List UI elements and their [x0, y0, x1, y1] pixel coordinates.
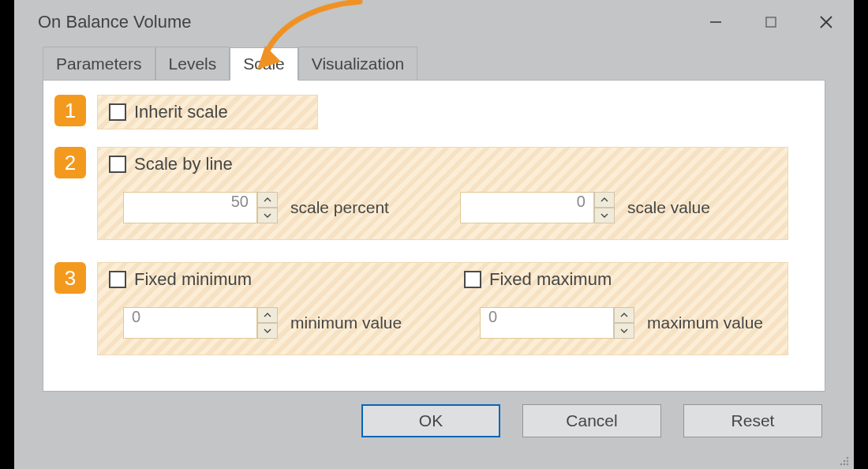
- scale-by-line-checkbox[interactable]: [109, 156, 126, 173]
- maximum-value-input[interactable]: 0: [480, 307, 614, 339]
- svg-point-8: [844, 463, 846, 466]
- tab-scale[interactable]: Scale: [230, 47, 298, 81]
- window-controls: [688, 0, 854, 44]
- minimize-button[interactable]: [688, 0, 743, 44]
- reset-button[interactable]: Reset: [683, 404, 822, 437]
- tab-panel-scale: 1 Inherit scale 2 Scale by line 50: [43, 80, 825, 392]
- svg-point-9: [847, 463, 849, 466]
- scale-percent-input[interactable]: 50: [123, 192, 257, 223]
- annotation-badge-3: 3: [54, 262, 86, 294]
- scale-value-label: scale value: [627, 198, 710, 217]
- scale-value-up[interactable]: [594, 192, 615, 208]
- minimum-value-spinner: [257, 307, 278, 339]
- maximize-button[interactable]: [743, 0, 799, 44]
- close-button[interactable]: [799, 0, 854, 44]
- fixed-minimum-label: Fixed minimum: [134, 269, 252, 290]
- tab-parameters[interactable]: Parameters: [43, 47, 155, 80]
- scale-percent-spinner: [257, 192, 278, 223]
- minimum-value-up[interactable]: [257, 307, 278, 323]
- scale-by-line-label: Scale by line: [134, 154, 233, 174]
- titlebar: On Balance Volume: [14, 0, 854, 44]
- annotation-badge-1: 1: [54, 95, 86, 126]
- svg-point-5: [844, 460, 846, 463]
- minimum-value-input[interactable]: 0: [123, 307, 257, 339]
- svg-point-4: [847, 457, 849, 460]
- scale-percent-up[interactable]: [257, 192, 278, 208]
- maximum-value-label: maximum value: [647, 313, 763, 332]
- inherit-scale-label: Inherit scale: [134, 102, 228, 122]
- minimum-value-label: minimum value: [290, 313, 402, 332]
- inherit-scale-checkbox[interactable]: [109, 103, 126, 121]
- scale-percent-label: scale percent: [290, 198, 389, 217]
- maximum-value-up[interactable]: [614, 307, 634, 323]
- scale-percent-down[interactable]: [257, 208, 278, 223]
- ok-button[interactable]: OK: [361, 404, 500, 437]
- dialog-button-bar: OK Cancel Reset: [14, 392, 854, 437]
- inherit-scale-section: Inherit scale: [97, 95, 318, 129]
- tab-levels[interactable]: Levels: [155, 47, 230, 80]
- cancel-button[interactable]: Cancel: [522, 404, 661, 437]
- minimum-value-down[interactable]: [257, 323, 278, 339]
- svg-point-7: [840, 463, 843, 466]
- svg-point-6: [847, 460, 849, 463]
- svg-rect-1: [766, 17, 776, 27]
- tab-strip: Parameters Levels Scale Visualization: [14, 44, 854, 80]
- fixed-minimum-checkbox[interactable]: [109, 271, 126, 288]
- scale-value-down[interactable]: [594, 208, 615, 223]
- scale-by-line-section: Scale by line 50 scale percent 0: [97, 147, 788, 240]
- scale-value-input[interactable]: 0: [460, 192, 594, 223]
- resize-grip-icon[interactable]: [836, 453, 851, 467]
- fixed-maximum-checkbox[interactable]: [464, 271, 481, 288]
- dialog-window: On Balance Volume Parameters Levels Scal…: [14, 0, 854, 469]
- maximum-value-down[interactable]: [614, 323, 634, 339]
- tab-visualization[interactable]: Visualization: [298, 47, 418, 80]
- maximum-value-spinner: [614, 307, 634, 339]
- fixed-maximum-label: Fixed maximum: [489, 269, 612, 290]
- scale-value-spinner: [594, 192, 615, 223]
- annotation-badge-2: 2: [54, 147, 86, 178]
- fixed-range-section: Fixed minimum Fixed maximum 0 min: [97, 262, 788, 355]
- window-title: On Balance Volume: [38, 12, 688, 32]
